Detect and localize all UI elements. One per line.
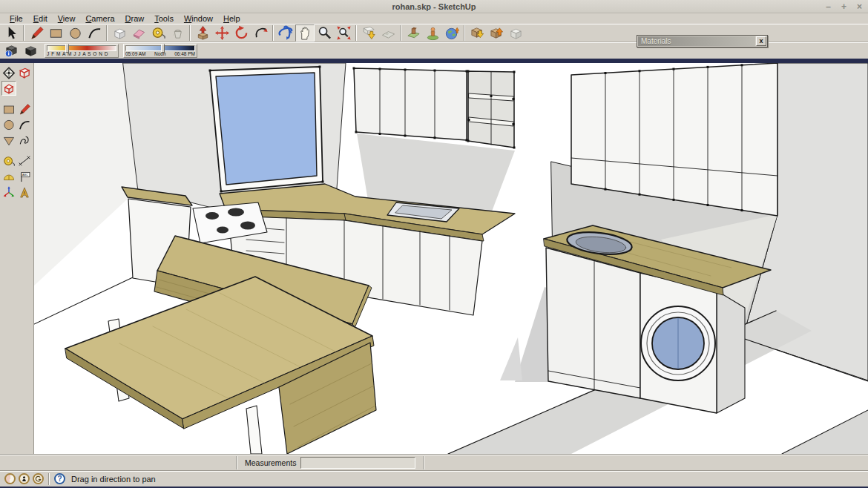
time-slider[interactable] xyxy=(125,45,195,51)
toolbar-separator xyxy=(400,25,401,41)
zoom-extents-button[interactable] xyxy=(334,24,353,42)
tape-measure-icon xyxy=(151,25,166,41)
menu-edit[interactable]: Edit xyxy=(28,14,53,23)
palette-dimension-button[interactable] xyxy=(17,154,32,168)
minimize-button[interactable]: – xyxy=(826,1,831,12)
pan-hand-icon xyxy=(297,25,313,41)
shadow-settings-button[interactable] xyxy=(1,44,21,59)
push-pull-icon xyxy=(195,25,211,41)
person-icon xyxy=(425,25,441,41)
toolbar-separator xyxy=(272,25,274,41)
get-view-icon xyxy=(361,25,377,41)
menu-draw[interactable]: Draw xyxy=(120,14,150,23)
palette-protractor-button[interactable] xyxy=(1,169,16,184)
materials-close-button[interactable]: x xyxy=(756,36,766,46)
palette-axes-button[interactable] xyxy=(1,185,16,200)
geolocation-status-icon xyxy=(4,473,16,484)
toolbar-separator xyxy=(189,25,191,41)
svg-text:ABC: ABC xyxy=(22,174,28,177)
dimension-icon xyxy=(18,154,31,168)
palette-polygon-button[interactable] xyxy=(1,133,16,148)
red-box-icon xyxy=(18,66,31,80)
push-pull-button[interactable] xyxy=(193,24,212,42)
palette-line-button[interactable] xyxy=(17,102,32,116)
palette-3d-text-button[interactable] xyxy=(17,185,32,200)
circle-tool-button[interactable] xyxy=(65,24,85,42)
measurements-input[interactable] xyxy=(300,457,415,469)
shadow-time-slider-panel: 05:09 AM Noon 06:48 PM xyxy=(123,44,197,58)
date-slider-thumb[interactable] xyxy=(65,44,69,53)
text-abc-icon: ABC xyxy=(18,170,31,184)
eraser-icon xyxy=(131,25,147,41)
tape-measure-button[interactable] xyxy=(148,24,168,42)
time-start-label: 05:09 AM xyxy=(125,51,145,57)
palette-circle-button[interactable] xyxy=(1,117,16,132)
close-button[interactable]: × xyxy=(857,1,862,12)
share-models-button[interactable] xyxy=(487,24,506,42)
preview-google-earth-button[interactable] xyxy=(442,24,461,42)
menu-camera[interactable]: Camera xyxy=(80,14,119,23)
time-slider-thumb[interactable] xyxy=(161,44,165,53)
palette-freehand-button[interactable] xyxy=(17,133,32,148)
date-slider[interactable] xyxy=(47,45,116,51)
pencil-icon xyxy=(18,102,31,116)
arc-tool-button[interactable] xyxy=(85,24,104,42)
materials-panel[interactable]: Materials x xyxy=(637,35,768,47)
orbit-tool-button[interactable] xyxy=(276,24,295,42)
eraser-tool-button[interactable] xyxy=(129,24,148,42)
menu-file[interactable]: File xyxy=(4,14,28,23)
palette-tape-measure-button[interactable] xyxy=(1,154,16,168)
photo-map-icon xyxy=(406,25,421,41)
palette-arc-button[interactable] xyxy=(17,117,32,132)
model-building-button[interactable] xyxy=(423,24,442,42)
freehand-icon xyxy=(18,133,31,148)
zoom-tool-button[interactable] xyxy=(315,24,334,42)
measure-separator xyxy=(236,456,237,469)
rotate-tool-button[interactable] xyxy=(231,24,251,42)
maximize-button[interactable]: + xyxy=(841,1,846,12)
time-end-label: 06:48 PM xyxy=(174,51,195,57)
laundry-base-cabinet[interactable] xyxy=(546,248,640,398)
toggle-shadows-button[interactable] xyxy=(21,44,40,59)
protractor-icon xyxy=(2,170,16,184)
title-bar[interactable]: rohan.skp - SketchUp – + × xyxy=(0,0,868,13)
photo-textures-button[interactable] xyxy=(404,24,423,42)
menu-view[interactable]: View xyxy=(53,14,81,23)
menu-help[interactable]: Help xyxy=(218,14,246,23)
paint-bucket-button[interactable] xyxy=(168,24,187,42)
share-component-button[interactable] xyxy=(506,24,525,42)
select-tool-button[interactable] xyxy=(1,24,21,42)
face-box-2-tool-button[interactable] xyxy=(1,81,16,96)
measurements-bar: Measurements xyxy=(0,454,868,470)
circle-icon xyxy=(2,118,16,132)
upper-cabinets[interactable] xyxy=(354,68,467,140)
kitchen-model-scene[interactable] xyxy=(34,63,868,454)
shadow-settings-icon xyxy=(4,43,19,59)
measure-separator xyxy=(423,456,424,469)
line-tool-button[interactable] xyxy=(27,24,46,42)
face-box-tool-button[interactable] xyxy=(17,65,32,80)
open-shelf-unit[interactable] xyxy=(468,71,514,148)
pan-tool-button[interactable] xyxy=(295,24,315,42)
model-viewport[interactable] xyxy=(34,63,868,454)
move-tool-button[interactable] xyxy=(212,24,231,42)
offset-tool-button[interactable] xyxy=(251,24,270,42)
get-models-button[interactable] xyxy=(467,24,487,42)
terrain-icon xyxy=(381,25,396,41)
rectangle-tool-button[interactable] xyxy=(46,24,65,42)
arc-icon xyxy=(87,25,102,41)
compass-tool-button[interactable] xyxy=(1,65,16,80)
help-icon[interactable]: ? xyxy=(54,473,65,484)
menu-tools[interactable]: Tools xyxy=(149,14,179,23)
palette-text-button[interactable]: ABC xyxy=(17,169,32,184)
select-arrow-icon xyxy=(4,25,19,41)
toggle-terrain-button[interactable] xyxy=(378,24,398,42)
kitchen-window[interactable] xyxy=(210,67,323,191)
move-arrows-icon xyxy=(214,25,230,41)
make-component-button[interactable] xyxy=(110,24,129,42)
shadow-date-slider-panel: J F M A M J J A S O N D xyxy=(45,44,119,58)
menu-window[interactable]: Window xyxy=(179,14,218,23)
get-current-view-button[interactable] xyxy=(359,24,378,42)
palette-rectangle-button[interactable] xyxy=(1,102,16,116)
materials-panel-title[interactable]: Materials xyxy=(638,36,755,46)
